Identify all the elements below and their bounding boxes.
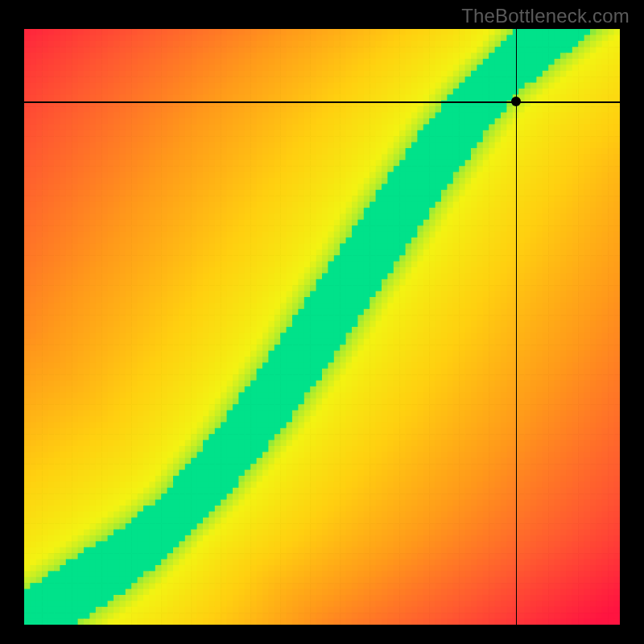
bottleneck-heatmap xyxy=(24,29,620,625)
watermark-text: TheBottleneck.com xyxy=(461,5,630,27)
crosshair-vertical xyxy=(516,29,518,625)
selection-marker xyxy=(511,97,521,106)
chart-container: TheBottleneck.com xyxy=(0,0,644,644)
crosshair-horizontal xyxy=(24,101,620,103)
